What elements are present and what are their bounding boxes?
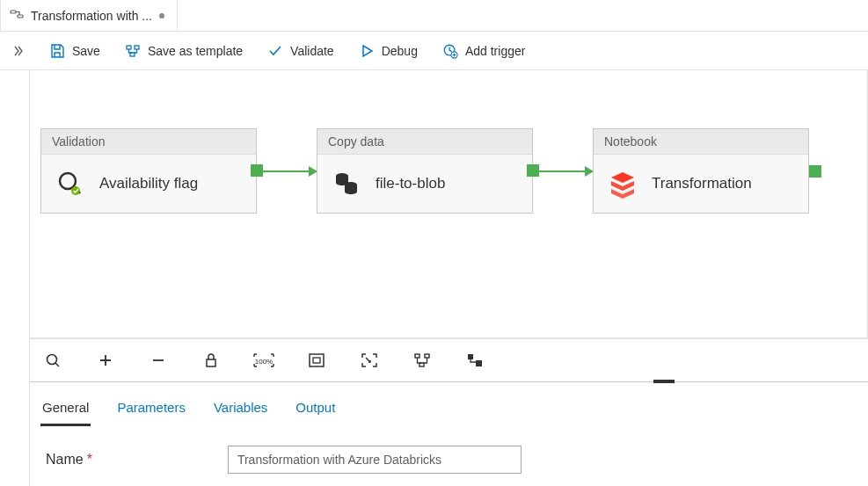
magnifier-check-icon [55,169,85,199]
activity-type-label: Notebook [594,129,808,155]
activity-notebook[interactable]: Notebook Transformation [593,128,809,214]
zoom-100-button[interactable]: 100% [248,348,280,373]
name-input[interactable] [228,446,522,474]
tab-parameters[interactable]: Parameters [115,393,187,426]
zoom-out-button[interactable] [142,348,174,373]
svg-rect-2 [127,46,131,49]
tab-output[interactable]: Output [294,393,337,426]
save-template-label: Save as template [148,44,243,58]
align-button[interactable] [459,348,491,373]
databricks-icon [608,169,638,199]
tab-strip: Transformation with ... [0,0,868,32]
connector-stub[interactable] [809,165,821,178]
svg-rect-14 [310,354,324,366]
fullscreen-button[interactable] [354,348,385,373]
left-gutter [0,70,30,486]
tab-title: Transformation with ... [31,9,152,23]
svg-rect-15 [313,358,320,363]
svg-rect-0 [11,11,16,13]
zoom-in-button[interactable] [90,348,121,373]
svg-point-11 [47,355,57,365]
trigger-icon [442,43,458,59]
play-icon [359,43,375,59]
svg-rect-17 [425,354,429,358]
svg-rect-1 [18,15,23,18]
validate-button[interactable]: Validate [257,38,345,64]
pipeline-canvas[interactable]: Validation Availability flag Copy data [30,70,868,338]
save-button[interactable]: Save [39,38,111,64]
save-label: Save [72,44,100,58]
tab-general[interactable]: General [40,393,91,426]
panel-drag-handle[interactable] [653,380,675,383]
activity-name: Transformation [652,175,752,192]
database-copy-icon [332,169,361,199]
required-asterisk: * [87,452,92,467]
svg-rect-3 [135,46,139,49]
svg-point-7 [60,173,76,189]
check-icon [267,43,283,59]
debug-button[interactable]: Debug [348,38,428,64]
properties-panel: General Parameters Variables Output Name… [30,381,868,486]
activity-copy-data[interactable]: Copy data file-to-blob [317,128,533,214]
expand-panel-button[interactable] [5,45,35,57]
properties-tabs: General Parameters Variables Output [40,388,857,426]
validate-label: Validate [290,44,334,58]
activity-validation[interactable]: Validation Availability flag [40,128,257,214]
name-label: Name* [46,452,92,468]
save-icon [49,43,65,59]
activity-name: file-to-blob [376,175,445,192]
canvas-toolbar: 100% [30,338,868,381]
activity-name: Availability flag [99,175,198,192]
command-bar: Save Save as template Validate Debug Add [0,32,868,70]
add-trigger-button[interactable]: Add trigger [432,38,536,64]
tab-variables[interactable]: Variables [212,393,269,426]
auto-layout-button[interactable] [406,348,438,373]
activity-type-label: Validation [41,129,256,155]
debug-label: Debug [382,44,418,58]
svg-text:100%: 100% [255,358,273,366]
pipeline-tab[interactable]: Transformation with ... [0,0,178,31]
fit-screen-button[interactable] [301,348,332,373]
zoom-search-button[interactable] [37,348,69,373]
svg-rect-12 [207,359,215,366]
connector-success [257,170,317,171]
pipeline-icon [10,7,24,24]
svg-rect-20 [476,360,482,366]
dirty-dot-icon [159,13,164,18]
lock-button[interactable] [195,348,227,373]
svg-rect-19 [468,354,473,359]
activity-type-label: Copy data [317,129,532,155]
add-trigger-label: Add trigger [465,44,525,58]
template-icon [125,43,141,59]
connector-success [533,170,593,171]
save-template-button[interactable]: Save as template [114,38,253,64]
svg-rect-16 [415,354,419,358]
svg-point-8 [71,186,80,195]
